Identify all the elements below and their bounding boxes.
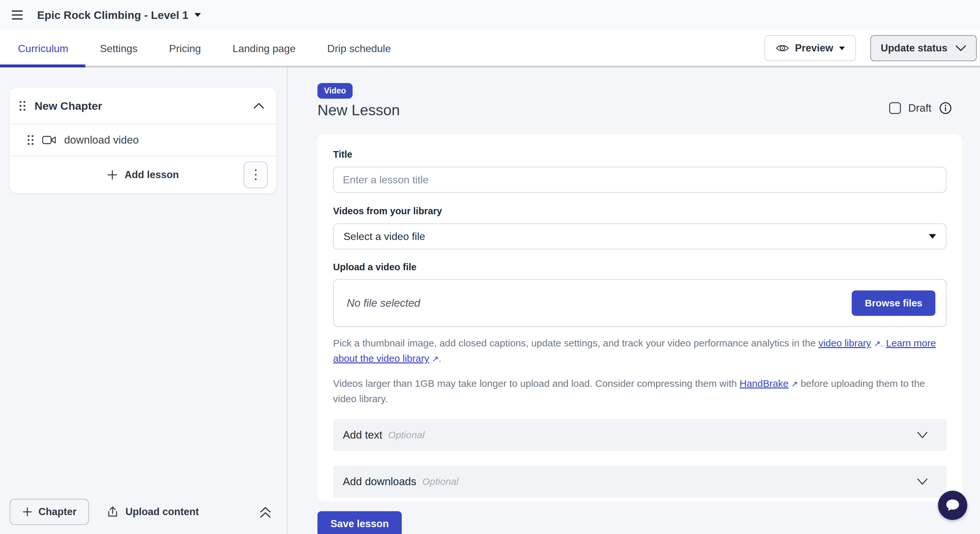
chapter-footer-row: Add lesson <box>10 156 276 193</box>
add-lesson-button[interactable]: Add lesson <box>107 169 179 181</box>
upload-field-label: Upload a video file <box>333 262 947 273</box>
add-chapter-button[interactable]: Chapter <box>10 499 89 525</box>
library-field-group: Videos from your library Select a video … <box>333 206 947 250</box>
chapter-card: New Chapter download video <box>10 88 276 193</box>
link-label: video library <box>819 338 871 348</box>
tab-landing-page[interactable]: Landing page <box>232 43 296 55</box>
eye-icon <box>776 43 789 53</box>
add-chapter-label: Chapter <box>38 506 76 518</box>
chevron-up-icon <box>253 102 264 110</box>
collapse-chapter-button[interactable] <box>253 102 264 110</box>
handbrake-link[interactable]: HandBrake↗ <box>740 378 798 389</box>
plus-icon <box>107 169 118 180</box>
collapse-all-button[interactable] <box>258 504 273 519</box>
tab-settings[interactable]: Settings <box>100 43 138 55</box>
lesson-title-input[interactable] <box>333 167 947 193</box>
sidebar-footer: Chapter Upload content <box>10 499 273 525</box>
add-text-accordion[interactable]: Add text Optional <box>333 419 947 451</box>
draft-toggle-group: Draft <box>889 101 962 115</box>
link-label: HandBrake <box>740 378 789 389</box>
upload-icon <box>107 506 119 518</box>
chevron-down-icon <box>916 478 928 485</box>
optional-label: Optional <box>388 429 425 440</box>
curriculum-sidebar: New Chapter download video <box>0 67 287 534</box>
title-field-group: Title <box>333 149 947 193</box>
course-title: Epic Rock Climbing - Level 1 <box>37 9 189 22</box>
update-status-button[interactable]: Update status <box>870 35 977 61</box>
lesson-item[interactable]: download video <box>10 124 276 156</box>
caret-down-icon <box>194 13 201 17</box>
caret-down-icon <box>839 46 845 50</box>
chapter-title: New Chapter <box>35 100 102 112</box>
video-library-selected-value: Select a video file <box>344 230 425 243</box>
lesson-type-badge: Video <box>317 83 353 99</box>
double-chevron-up-icon <box>258 504 273 519</box>
course-switcher[interactable]: Epic Rock Climbing - Level 1 <box>37 9 201 22</box>
update-status-label: Update status <box>881 42 947 54</box>
video-library-select[interactable]: Select a video file <box>333 223 947 250</box>
drag-handle-icon[interactable] <box>19 101 25 111</box>
tab-bar: Curriculum Settings Pricing Landing page… <box>0 30 980 67</box>
add-downloads-accordion[interactable]: Add downloads Optional <box>333 466 947 497</box>
video-library-link[interactable]: video library↗ <box>819 338 881 348</box>
add-text-label: Add text <box>343 429 382 441</box>
plus-icon <box>22 507 33 517</box>
help-text-segment: Pick a thumbnail image, add closed capti… <box>333 338 819 348</box>
draft-checkbox[interactable] <box>889 102 901 114</box>
lesson-editor: Video New Lesson Draft Title Videos from… <box>288 67 980 534</box>
caret-down-icon <box>929 234 936 239</box>
title-field-label: Title <box>333 149 947 160</box>
save-lesson-button[interactable]: Save lesson <box>317 511 402 534</box>
drag-handle-icon[interactable] <box>28 135 33 145</box>
video-camera-icon <box>42 135 56 145</box>
chapter-header[interactable]: New Chapter <box>10 88 276 124</box>
preview-button[interactable]: Preview <box>764 35 856 61</box>
tab-bar-divider <box>0 66 980 67</box>
help-text-segment: . <box>439 353 441 364</box>
video-library-help-text: Pick a thumbnail image, add closed capti… <box>333 336 947 366</box>
info-icon[interactable] <box>939 101 952 115</box>
tab-drip-schedule[interactable]: Drip schedule <box>327 43 391 55</box>
add-downloads-label: Add downloads <box>343 475 417 488</box>
tab-curriculum[interactable]: Curriculum <box>18 43 68 55</box>
tab-pricing[interactable]: Pricing <box>169 43 201 55</box>
lesson-form-card: Title Videos from your library Select a … <box>317 134 962 501</box>
no-file-selected-text: No file selected <box>347 297 420 309</box>
external-link-icon: ↗ <box>432 352 439 366</box>
draft-label: Draft <box>908 102 931 114</box>
library-field-label: Videos from your library <box>333 206 947 216</box>
lesson-page-title: New Lesson <box>317 101 400 119</box>
upload-content-label: Upload content <box>125 506 199 518</box>
chat-widget-button[interactable] <box>938 491 967 520</box>
chevron-down-icon <box>916 431 928 439</box>
lesson-header: Video New Lesson Draft <box>317 83 962 119</box>
help-text-segment: . <box>881 338 886 348</box>
kebab-icon <box>255 169 256 180</box>
upload-field-group: Upload a video file No file selected Bro… <box>333 262 947 327</box>
external-link-icon: ↗ <box>874 336 881 351</box>
top-bar: Epic Rock Climbing - Level 1 <box>0 0 980 30</box>
external-link-icon: ↗ <box>791 377 798 391</box>
speech-bubble-icon <box>945 498 961 513</box>
preview-label: Preview <box>795 42 833 54</box>
browse-files-button[interactable]: Browse files <box>852 291 935 316</box>
help-text-segment: Videos larger than 1GB may take longer t… <box>333 378 740 389</box>
chapter-options-button[interactable] <box>243 162 267 188</box>
video-size-help-text: Videos larger than 1GB may take longer t… <box>333 376 947 406</box>
active-tab-underline <box>0 65 85 67</box>
menu-icon[interactable] <box>12 10 23 19</box>
optional-label: Optional <box>422 476 459 487</box>
chevron-down-icon <box>955 45 966 51</box>
add-lesson-label: Add lesson <box>124 169 179 181</box>
lesson-title: download video <box>64 134 139 146</box>
file-upload-box: No file selected Browse files <box>333 279 947 327</box>
upload-content-button[interactable]: Upload content <box>98 499 207 525</box>
